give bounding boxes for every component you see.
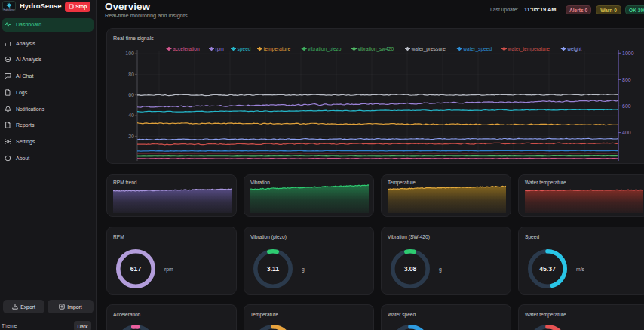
svg-text:water_pressure: water_pressure <box>411 46 446 52</box>
svg-text:20: 20 <box>128 134 134 139</box>
svg-text:80: 80 <box>128 72 134 77</box>
svg-text:Speed: Speed <box>525 234 539 240</box>
svg-text:speed: speed <box>238 46 251 52</box>
svg-text:g: g <box>302 267 305 273</box>
svg-text:water_speed: water_speed <box>462 46 492 52</box>
svg-text:Water speed: Water speed <box>388 312 416 318</box>
svg-text:vibration_sw420: vibration_sw420 <box>358 46 394 52</box>
svg-text:1000: 1000 <box>622 51 634 56</box>
svg-text:Temperature: Temperature <box>388 180 416 186</box>
svg-text:Water temperature: Water temperature <box>525 312 566 318</box>
svg-text:Real-time signals: Real-time signals <box>113 35 154 42</box>
svg-text:RPM trend: RPM trend <box>113 180 137 185</box>
svg-text:400: 400 <box>622 130 631 135</box>
svg-text:Vibration (SW-420): Vibration (SW-420) <box>388 234 430 240</box>
svg-text:40: 40 <box>128 113 134 118</box>
svg-text:100: 100 <box>125 51 134 56</box>
svg-text:Vibration: Vibration <box>250 180 270 185</box>
svg-text:RPM: RPM <box>113 234 124 239</box>
svg-text:rpm: rpm <box>164 267 173 273</box>
svg-text:weight: weight <box>566 46 581 52</box>
svg-text:vibration_piezo: vibration_piezo <box>308 46 342 52</box>
svg-text:3.08: 3.08 <box>404 265 417 273</box>
svg-text:m/s: m/s <box>576 267 585 272</box>
svg-text:Temperature: Temperature <box>250 312 278 318</box>
svg-text:Water temperature: Water temperature <box>525 180 566 186</box>
svg-text:45.37: 45.37 <box>539 265 556 273</box>
svg-text:g: g <box>439 267 442 273</box>
svg-text:60: 60 <box>128 92 134 97</box>
svg-text:Acceleration: Acceleration <box>113 312 141 317</box>
svg-text:acceleration: acceleration <box>173 46 200 51</box>
svg-text:600: 600 <box>622 103 631 109</box>
svg-text:rpm: rpm <box>216 46 225 52</box>
svg-text:3.11: 3.11 <box>267 265 279 273</box>
svg-text:800: 800 <box>622 77 631 82</box>
svg-text:temperature: temperature <box>264 46 291 52</box>
svg-text:617: 617 <box>130 265 142 273</box>
svg-text:Vibration (piezo): Vibration (piezo) <box>250 234 287 240</box>
svg-text:water_temperature: water_temperature <box>508 46 550 52</box>
